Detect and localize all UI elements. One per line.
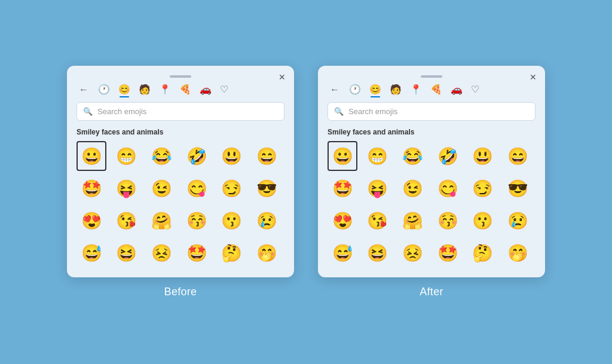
- after-back-button[interactable]: ←: [330, 84, 339, 95]
- emoji-cell[interactable]: 😉: [397, 173, 427, 203]
- emoji-cell[interactable]: 😣: [397, 238, 427, 268]
- emoji-cell[interactable]: 😘: [363, 206, 393, 235]
- before-nav-recents[interactable]: 🕐: [98, 84, 110, 95]
- emoji-cell[interactable]: 😍: [328, 206, 357, 235]
- before-close-button[interactable]: ✕: [279, 73, 286, 81]
- before-drag-handle-area: [76, 75, 284, 78]
- before-nav-smileys[interactable]: 😊: [118, 84, 130, 95]
- emoji-cell[interactable]: 😂: [146, 141, 176, 171]
- emoji-cell[interactable]: 🤣: [182, 141, 212, 171]
- emoji-cell[interactable]: 😋: [182, 173, 212, 203]
- before-search-placeholder: Search emojis: [97, 107, 146, 116]
- emoji-cell[interactable]: 😍: [76, 206, 106, 235]
- emoji-cell[interactable]: 🤩: [328, 173, 357, 203]
- emoji-cell[interactable]: 😀: [328, 141, 357, 171]
- emoji-cell[interactable]: 😚: [182, 206, 212, 235]
- after-emoji-panel: ✕ ← 🕐 😊 🧑 📍 🍕 🚗 ♡ 🔍 Search emojis: [318, 66, 545, 277]
- before-emoji-panel: ✕ ← 🕐 😊 🧑 📍 🍕 🚗 ♡ 🔍 Search emojis: [67, 66, 294, 277]
- emoji-cell[interactable]: 😁: [363, 141, 393, 171]
- before-emoji-grid: 😀 😁 😂 🤣 😃 😄 🤩 😝 😉 😋 😏 😎 😍 😘 🤗 😚 😗 😢: [76, 141, 284, 268]
- after-emoji-grid: 😀 😁 😂 🤣 😃 😄 🤩 😝 😉 😋 😏 😎 😍 😘 🤗 😚 😗 😢: [328, 141, 536, 268]
- emoji-cell[interactable]: 🤔: [217, 238, 247, 268]
- emoji-cell[interactable]: 🤗: [397, 206, 427, 235]
- emoji-cell[interactable]: 😝: [112, 173, 142, 203]
- after-search-icon: 🔍: [334, 107, 344, 116]
- before-nav-bar: ← 🕐 😊 🧑 📍 🍕 🚗 ♡: [76, 84, 284, 95]
- after-label: After: [420, 286, 443, 298]
- emoji-cell[interactable]: 😚: [433, 206, 463, 235]
- before-search-icon: 🔍: [83, 107, 93, 116]
- after-search-placeholder: Search emojis: [348, 107, 397, 116]
- before-section-title: Smiley faces and animals: [76, 128, 284, 136]
- after-nav-people[interactable]: 🧑: [390, 84, 402, 95]
- after-close-button[interactable]: ✕: [530, 73, 537, 81]
- emoji-cell[interactable]: 🤩: [182, 238, 212, 268]
- main-container: ✕ ← 🕐 😊 🧑 📍 🍕 🚗 ♡ 🔍 Search emojis: [67, 66, 545, 298]
- after-nav-smileys[interactable]: 😊: [369, 84, 381, 95]
- emoji-cell[interactable]: 😏: [468, 173, 498, 203]
- emoji-cell[interactable]: 😢: [503, 206, 533, 235]
- before-nav-symbols[interactable]: ♡: [220, 84, 228, 95]
- after-nav-bar: ← 🕐 😊 🧑 📍 🍕 🚗 ♡: [328, 84, 536, 95]
- before-nav-icons: 🕐 😊 🧑 📍 🍕 🚗 ♡: [98, 84, 228, 95]
- before-nav-travel[interactable]: 🚗: [200, 84, 212, 95]
- before-nav-places[interactable]: 📍: [159, 84, 171, 95]
- after-nav-places[interactable]: 📍: [410, 84, 422, 95]
- after-nav-food[interactable]: 🍕: [430, 84, 442, 95]
- emoji-cell[interactable]: 😣: [146, 238, 176, 268]
- before-nav-people[interactable]: 🧑: [139, 84, 151, 95]
- after-drag-handle: [421, 75, 442, 78]
- emoji-cell[interactable]: 😋: [433, 173, 463, 203]
- before-panel-wrapper: ✕ ← 🕐 😊 🧑 📍 🍕 🚗 ♡ 🔍 Search emojis: [67, 66, 294, 298]
- emoji-cell[interactable]: 😁: [112, 141, 142, 171]
- after-search-bar[interactable]: 🔍 Search emojis: [328, 102, 536, 121]
- emoji-cell[interactable]: 🤩: [76, 173, 106, 203]
- after-nav-symbols[interactable]: ♡: [471, 84, 479, 95]
- emoji-cell[interactable]: 😎: [252, 173, 281, 203]
- emoji-cell[interactable]: 😅: [76, 238, 106, 268]
- emoji-cell[interactable]: 😢: [252, 206, 281, 235]
- emoji-cell[interactable]: 😝: [363, 173, 393, 203]
- before-drag-handle: [170, 75, 191, 78]
- emoji-cell[interactable]: 😀: [76, 141, 106, 171]
- emoji-cell[interactable]: 😂: [397, 141, 427, 171]
- emoji-cell[interactable]: 😃: [468, 141, 498, 171]
- before-search-bar[interactable]: 🔍 Search emojis: [76, 102, 284, 121]
- emoji-cell[interactable]: 😗: [217, 206, 247, 235]
- emoji-cell[interactable]: 😎: [503, 173, 533, 203]
- emoji-cell[interactable]: 😗: [468, 206, 498, 235]
- emoji-cell[interactable]: 😉: [146, 173, 176, 203]
- emoji-cell[interactable]: 😅: [328, 238, 357, 268]
- emoji-cell[interactable]: 🤩: [433, 238, 463, 268]
- before-label: Before: [164, 286, 197, 298]
- emoji-cell[interactable]: 🤣: [433, 141, 463, 171]
- emoji-cell[interactable]: 😏: [217, 173, 247, 203]
- emoji-cell[interactable]: 😄: [252, 141, 281, 171]
- emoji-cell[interactable]: 🤭: [252, 238, 281, 268]
- emoji-cell[interactable]: 😄: [503, 141, 533, 171]
- emoji-cell[interactable]: 😘: [112, 206, 142, 235]
- after-section-title: Smiley faces and animals: [328, 128, 536, 136]
- emoji-cell[interactable]: 🤗: [146, 206, 176, 235]
- after-drag-handle-area: [328, 75, 536, 78]
- emoji-cell[interactable]: 😆: [363, 238, 393, 268]
- before-back-button[interactable]: ←: [79, 84, 88, 95]
- after-panel-wrapper: ✕ ← 🕐 😊 🧑 📍 🍕 🚗 ♡ 🔍 Search emojis: [318, 66, 545, 298]
- after-nav-recents[interactable]: 🕐: [349, 84, 361, 95]
- emoji-cell[interactable]: 🤔: [468, 238, 498, 268]
- emoji-cell[interactable]: 🤭: [503, 238, 533, 268]
- after-nav-travel[interactable]: 🚗: [451, 84, 463, 95]
- emoji-cell[interactable]: 😃: [217, 141, 247, 171]
- emoji-cell[interactable]: 😆: [112, 238, 142, 268]
- after-nav-icons: 🕐 😊 🧑 📍 🍕 🚗 ♡: [349, 84, 479, 95]
- before-nav-food[interactable]: 🍕: [179, 84, 191, 95]
